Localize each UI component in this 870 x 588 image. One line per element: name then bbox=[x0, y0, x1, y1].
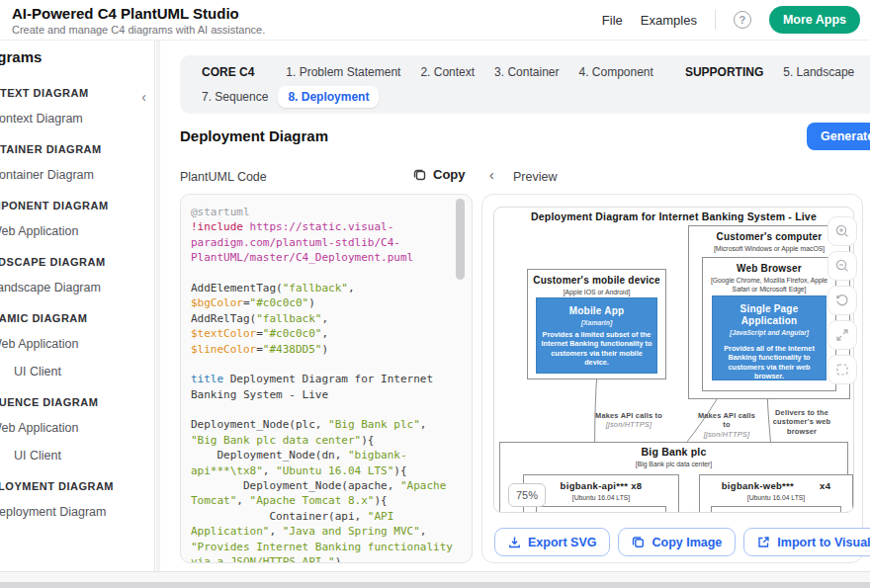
code-token: Deployment_Node(apache, bbox=[191, 479, 400, 492]
sidebar-item[interactable]: Web Application bbox=[0, 337, 155, 352]
sidebar-title: Diagrams bbox=[0, 41, 155, 65]
node-subtitle: [Big Bank plc data center] bbox=[500, 460, 847, 468]
import-to-visual-paradigm-button[interactable]: Import to Visual Paradigm bbox=[743, 528, 870, 556]
container-title: Single Page Application bbox=[717, 303, 822, 327]
code-line bbox=[191, 402, 462, 417]
sidebar-item[interactable]: Deployment Diagram bbox=[0, 505, 155, 520]
code-token: Deployment_Node(dn, bbox=[191, 449, 348, 462]
sidebar-item[interactable]: Landscape Diagram bbox=[0, 281, 155, 295]
node-apache-tomcat[interactable]: Apache Tomcat bbox=[711, 506, 841, 513]
tab-3-container[interactable]: 3. Container bbox=[484, 61, 568, 83]
code-line: PlantUML/master/C4_Deployment.puml bbox=[191, 250, 462, 265]
code-token: "#c0c0c0" bbox=[263, 327, 322, 340]
tab-8-deployment[interactable]: 8. Deployment bbox=[278, 86, 379, 108]
node-apache-tomcat[interactable]: Apache Tomcat bbox=[536, 506, 666, 513]
file-menu[interactable]: File bbox=[602, 13, 623, 28]
code-token: Tomcat" bbox=[191, 494, 236, 507]
bottom-edge bbox=[0, 582, 870, 588]
code-token: , bbox=[263, 464, 276, 477]
sidebar-collapse-icon[interactable]: ‹ bbox=[141, 89, 146, 105]
code-token: , bbox=[321, 312, 328, 325]
sidebar-item[interactable]: Container Diagram bbox=[0, 168, 155, 183]
edge-label: Makes API calls to [json/HTTPS] bbox=[593, 411, 664, 430]
fit-selection-button[interactable] bbox=[827, 355, 857, 384]
tab-6-dynamic[interactable]: 6. Dynamic bbox=[864, 61, 870, 83]
copy-image-button[interactable]: Copy Image bbox=[618, 528, 736, 556]
code-line: !include https://static.visual- bbox=[191, 219, 462, 234]
node-customer-mobile-device[interactable]: Customer's mobile device [Apple IOS or A… bbox=[527, 269, 666, 379]
tab-7-sequence[interactable]: 7. Sequence bbox=[192, 86, 278, 108]
node-subtitle: [Apple IOS or Android] bbox=[528, 288, 665, 296]
fullscreen-button[interactable] bbox=[827, 320, 857, 350]
code-token: , bbox=[321, 327, 328, 340]
container-description: Provides a limited subset of the Interne… bbox=[541, 330, 652, 368]
preview-collapse-icon[interactable]: ‹ bbox=[489, 167, 494, 183]
code-line: api***\tx8", "Ubuntu 16.04 LTS"){ bbox=[191, 463, 462, 478]
node-bigbank-web[interactable]: bigbank-web*** x4 [Ubuntu 16.04 LTS] Apa… bbox=[699, 474, 853, 513]
code-token: Application" bbox=[191, 525, 269, 538]
zoom-in-button[interactable] bbox=[827, 216, 857, 246]
node-title: Apache Tomcat bbox=[566, 512, 638, 513]
code-token: Deployment Diagram for Internet bbox=[230, 373, 433, 385]
code-editor[interactable]: @startuml!include https://static.visual-… bbox=[181, 195, 472, 563]
sidebar-item[interactable]: UI Client bbox=[0, 449, 155, 463]
code-scrollbar[interactable] bbox=[456, 199, 465, 280]
code-line: AddRelTag("fallback", bbox=[191, 311, 462, 326]
tab-1-problem-statement[interactable]: 1. Problem Statement bbox=[276, 61, 410, 83]
examples-menu[interactable]: Examples bbox=[641, 13, 697, 28]
code-line: Banking System - Live bbox=[191, 387, 462, 402]
sidebar-item[interactable]: Web Application bbox=[0, 421, 155, 436]
code-token: title bbox=[191, 373, 230, 385]
copy-icon bbox=[632, 536, 645, 548]
reset-view-button[interactable] bbox=[827, 286, 857, 315]
tab-4-component[interactable]: 4. Component bbox=[568, 61, 662, 83]
edge-text: Makes API calls to bbox=[698, 411, 755, 429]
edge-technology: [json/HTTPS] bbox=[695, 430, 758, 439]
sidebar-section-header: COMPONENT DIAGRAM bbox=[0, 200, 155, 211]
code-token: !include bbox=[191, 220, 250, 233]
sidebar-item[interactable]: Web Application bbox=[0, 224, 155, 239]
container-mobile-app[interactable]: Mobile App [Xamarin] Provides a limited … bbox=[536, 297, 657, 374]
zoom-toolbar bbox=[827, 216, 857, 384]
sidebar-item[interactable]: Context Diagram bbox=[0, 112, 155, 126]
code-token: = bbox=[243, 296, 250, 309]
node-subtitle: [Ubuntu 16.04 LTS] bbox=[700, 493, 852, 502]
tab-5-landscape[interactable]: 5. Landscape bbox=[773, 61, 864, 83]
container-single-page-application[interactable]: Single Page Application [JavaScript and … bbox=[712, 295, 826, 380]
code-token: ) bbox=[321, 343, 328, 356]
sidebar-content: Diagrams CONTEXT DIAGRAMContext DiagramC… bbox=[0, 41, 155, 533]
edge-text: Makes API calls to bbox=[595, 411, 662, 420]
diagram-canvas[interactable]: Deployment Diagram for Internet Banking … bbox=[493, 207, 854, 513]
code-token: , bbox=[348, 282, 355, 294]
node-customer-computer[interactable]: Customer's computer [Microsoft Windows o… bbox=[688, 225, 850, 399]
code-line: Deployment_Node(plc, "Big Bank plc", bbox=[191, 417, 462, 432]
node-web-browser[interactable]: Web Browser [Google Chrome, Mozilla Fire… bbox=[702, 257, 836, 391]
nav-divider bbox=[715, 10, 716, 30]
expand-icon bbox=[834, 327, 850, 343]
code-token: AddRelTag( bbox=[191, 312, 256, 325]
diagram-tabs: CORE C41. Problem Statement2. Context3. … bbox=[180, 55, 870, 114]
export-svg-button[interactable]: Export SVG bbox=[494, 528, 610, 556]
preview-label: Preview bbox=[513, 170, 557, 184]
code-token: Deployment_Node(plc, bbox=[191, 418, 328, 431]
plantuml-code-panel[interactable]: @startuml!include https://static.visual-… bbox=[180, 194, 473, 563]
generate-diagram-button[interactable]: Generate Diagram bbox=[807, 123, 870, 150]
sidebar-item[interactable]: UI Client bbox=[0, 365, 155, 379]
sidebar-section-header: DYNAMIC DIAGRAM bbox=[0, 312, 155, 324]
more-apps-button[interactable]: More Apps bbox=[769, 6, 860, 34]
zoom-out-icon bbox=[834, 258, 850, 274]
zoom-in-icon bbox=[834, 223, 850, 239]
page-title: Deployment Diagram bbox=[180, 127, 328, 144]
reset-icon bbox=[834, 293, 850, 308]
edge-label: Makes API calls to [json/HTTPS] bbox=[695, 411, 758, 439]
node-count: x4 bbox=[820, 480, 830, 491]
tab-2-context[interactable]: 2. Context bbox=[410, 61, 484, 83]
download-icon bbox=[508, 536, 521, 548]
container-title: Mobile App bbox=[541, 305, 652, 317]
copy-code-button[interactable]: Copy bbox=[413, 167, 466, 182]
zoom-out-button[interactable] bbox=[827, 251, 857, 281]
node-bigbank-api[interactable]: bigbank-api*** x8 [Ubuntu 16.04 LTS] Apa… bbox=[523, 474, 679, 513]
help-icon[interactable]: ? bbox=[734, 11, 751, 29]
sidebar-section-header: CONTAINER DIAGRAM bbox=[0, 143, 155, 155]
code-token: Container(api, bbox=[191, 510, 368, 523]
